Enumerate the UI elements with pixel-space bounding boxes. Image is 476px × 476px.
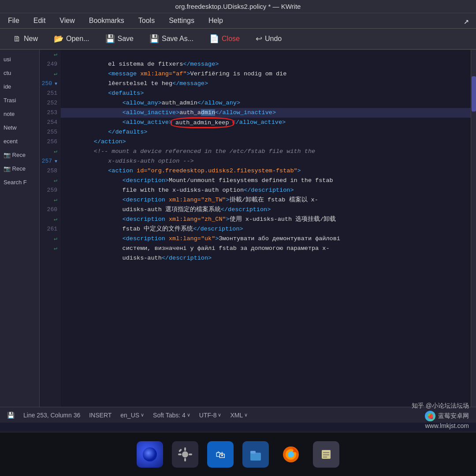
line-num-cont4: ↵ [40, 176, 57, 186]
taskbar-store[interactable]: 🛍 [207, 441, 234, 468]
undo-label: Undo [265, 35, 282, 43]
sidebar-item-trash[interactable]: Trasi [0, 94, 39, 106]
line-num-257: 257 [40, 156, 57, 166]
svg-point-14 [288, 451, 294, 457]
close-label: Close [222, 35, 240, 43]
status-mode: INSERT [89, 412, 112, 419]
title-text: org.freedesktop.UDisks2.policy * — KWrit… [175, 3, 301, 10]
status-encoding[interactable]: UTF-8 [199, 412, 222, 419]
sidebar-item-recent3[interactable]: 📷 Rece [0, 163, 39, 175]
menu-view[interactable]: View [59, 15, 75, 26]
menu-settings[interactable]: Settings [168, 15, 195, 26]
logo-icon: 🍓 [425, 411, 435, 421]
line-num-258: 258 [40, 166, 57, 176]
title-bar: org.freedesktop.UDisks2.policy * — KWrit… [0, 0, 476, 13]
line-num-260: 260 [40, 205, 57, 215]
line-num-cont7: ↵ [40, 234, 57, 244]
scrollbar[interactable] [471, 50, 476, 407]
code-line-cont1: el sistema de fitxers</message> [61, 50, 471, 60]
svg-point-0 [143, 447, 157, 461]
taskbar-notes[interactable] [313, 441, 339, 468]
cursor-icon: ↗ [464, 15, 469, 26]
line-num-cont5: ↵ [40, 195, 57, 205]
close-button[interactable]: 📄 Close [203, 31, 246, 46]
menu-edit[interactable]: Edit [33, 15, 47, 26]
sidebar-item-ide[interactable]: ide [0, 81, 39, 93]
code-area[interactable]: el sistema de fitxers</message> <message… [61, 50, 471, 407]
menu-tools[interactable]: Tools [138, 15, 156, 26]
svg-rect-10 [250, 453, 261, 461]
status-file-type[interactable]: XML [230, 412, 248, 419]
new-button[interactable]: 🗎 New [7, 32, 44, 46]
save-button[interactable]: 💾 Save [99, 31, 140, 46]
save-icon: 💾 [105, 34, 115, 44]
svg-text:🛍: 🛍 [216, 450, 225, 461]
line-num-250: 250 [40, 79, 57, 89]
status-bar: 💾 Line 253, Column 36 INSERT en_US Soft … [0, 407, 476, 423]
sidebar-item-search[interactable]: Search F [0, 176, 39, 188]
taskbar-firefox[interactable] [278, 441, 304, 468]
line-numbers: ↵ 249 ↵ 250 251 252 253 254 255 256 ↵ 25… [40, 50, 61, 407]
status-file-type-label: XML [230, 412, 243, 419]
line-num-cont8: ↵ [40, 244, 57, 253]
sidebar-item-usi[interactable]: usi [0, 53, 39, 65]
highlighted-value: auth_admin_keep [171, 117, 234, 128]
editor-panel: ↵ 249 ↵ 250 251 252 253 254 255 256 ↵ 25… [40, 50, 476, 407]
scrollbar-thumb[interactable] [472, 76, 476, 112]
status-save-icon: 💾 [7, 412, 15, 419]
new-label: New [24, 35, 38, 43]
status-encoding-label: UTF-8 [199, 412, 217, 419]
sidebar-item-recent2[interactable]: 📷 Rece [0, 149, 39, 161]
line-num-cont1: ↵ [40, 50, 57, 60]
save-as-label: Save As... [162, 35, 193, 43]
line-num-cont2: ↵ [40, 69, 57, 79]
line-num-261: 261 [40, 224, 57, 234]
watermark-platform: 知乎 @小论坛法坛场 [412, 402, 469, 410]
save-as-button[interactable]: 💾 Save As... [143, 31, 200, 46]
sidebar-item-network[interactable]: Netw [0, 122, 39, 134]
main-area: usi ctu ide Trasi note Netw ecent 📷 Rece… [0, 50, 476, 407]
line-num-249: 249 [40, 60, 57, 69]
status-language[interactable]: en_US [120, 412, 144, 419]
line-num-252: 252 [40, 98, 57, 108]
sidebar-item-recent1[interactable]: ecent [0, 135, 39, 147]
svg-rect-5 [189, 454, 192, 455]
status-position: Line 253, Column 36 [23, 412, 80, 419]
close-icon: 📄 [209, 34, 219, 44]
svg-rect-3 [184, 458, 186, 461]
toolbar: 🗎 New 📂 Open... 💾 Save 💾 Save As... 📄 Cl… [0, 29, 476, 50]
line-num-256: 256 [40, 137, 57, 147]
status-language-label: en_US [120, 412, 139, 419]
svg-rect-16 [322, 450, 331, 459]
status-tabs-label: Soft Tabs: 4 [153, 412, 186, 419]
watermark-site: 蓝莓安卓网 [438, 412, 469, 420]
menu-file[interactable]: File [7, 15, 20, 26]
menu-help[interactable]: Help [208, 15, 224, 26]
watermark-url: www.lmkjst.com [425, 422, 469, 429]
line-num-254: 254 [40, 118, 57, 127]
sidebar-item-ctu[interactable]: ctu [0, 67, 39, 79]
taskbar: 🛍 [0, 432, 476, 476]
watermark-logo: 🍓 蓝莓安卓网 [425, 411, 469, 421]
save-as-icon: 💾 [149, 34, 159, 44]
sidebar: usi ctu ide Trasi note Netw ecent 📷 Rece… [0, 50, 40, 407]
svg-rect-11 [250, 451, 256, 454]
taskbar-settings[interactable] [172, 441, 198, 468]
watermark: 知乎 @小论坛法坛场 🍓 蓝莓安卓网 www.lmkjst.com [412, 402, 469, 429]
line-num-251: 251 [40, 89, 57, 98]
svg-rect-6 [178, 448, 182, 452]
taskbar-files[interactable] [242, 441, 269, 468]
svg-point-1 [182, 452, 188, 457]
line-num-255: 255 [40, 127, 57, 137]
open-button[interactable]: 📂 Open... [48, 31, 95, 46]
svg-rect-4 [178, 454, 182, 455]
svg-rect-2 [184, 447, 186, 451]
sidebar-item-note[interactable]: note [0, 108, 39, 120]
undo-button[interactable]: ↩ Undo [249, 31, 288, 46]
status-tabs[interactable]: Soft Tabs: 4 [153, 412, 190, 419]
save-label: Save [118, 35, 134, 43]
line-num-253: 253 [40, 108, 57, 118]
taskbar-kde[interactable] [137, 441, 163, 468]
new-icon: 🗎 [13, 34, 21, 44]
menu-bookmarks[interactable]: Bookmarks [88, 15, 125, 26]
